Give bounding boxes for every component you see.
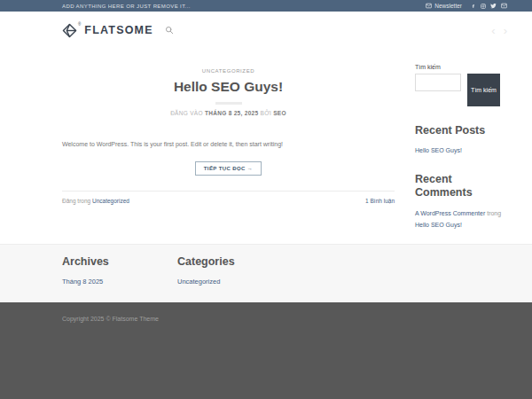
header-arrows: ‹ › [491, 25, 507, 36]
newsletter-label: Newsletter [434, 3, 462, 9]
entry-category-link[interactable]: UNCATEGORIZED [202, 68, 254, 74]
facebook-icon[interactable] [471, 4, 476, 9]
read-more-row: TIẾP TỤC ĐỌC → [62, 158, 395, 176]
post-meta-bar: Đăng trong Uncategorized 1 Bình luận [62, 191, 395, 204]
comments-link[interactable]: 1 Bình luận [365, 198, 395, 204]
copyright-text: Copyright 2025 © Flatsome Theme [62, 316, 159, 322]
read-more-button[interactable]: TIẾP TỤC ĐỌC → [195, 161, 262, 176]
post-date: THÁNG 8 25, 2025 [205, 110, 258, 116]
posted-on-label: ĐĂNG VÀO [170, 110, 203, 116]
comment-in-label: trong [487, 210, 501, 216]
category-link[interactable]: Uncategorized [177, 278, 220, 286]
comment-post-link[interactable]: Hello SEO Guys! [415, 222, 462, 228]
title-divider [215, 102, 242, 105]
newsletter-link[interactable]: Newsletter [426, 3, 462, 9]
post-author[interactable]: SEO [273, 110, 286, 116]
social-icons-group [471, 3, 507, 9]
posted-in-label: Đăng trong [62, 198, 92, 204]
by-label: BỞI [261, 110, 272, 116]
instagram-icon[interactable] [481, 4, 486, 9]
post-title: Hello SEO Guys! [62, 79, 395, 96]
categories-widget: Categories Uncategorized [177, 255, 235, 302]
registered-mark: ® [78, 23, 81, 27]
post-excerpt: Welcome to WordPress. This is your first… [62, 140, 395, 150]
search-widget-label: Tìm kiếm [415, 64, 507, 70]
footer-widgets: Archives Tháng 8 2025 Categories Uncateg… [0, 244, 532, 302]
twitter-icon[interactable] [490, 3, 497, 9]
entry-meta-date: ĐĂNG VÀO THÁNG 8 25, 2025 BỞI SEO [62, 110, 395, 116]
entry-header: UNCATEGORIZED Hello SEO Guys! ĐĂNG VÀO T… [62, 49, 395, 116]
categories-title: Categories [177, 255, 235, 269]
search-icon[interactable] [165, 26, 174, 35]
flatsome-diamond-icon [62, 23, 77, 38]
posted-in: Đăng trong Uncategorized [62, 198, 129, 204]
sidebar-search-button[interactable]: Tìm kiếm [467, 74, 500, 106]
comment-author-link[interactable]: A WordPress Commenter [415, 210, 485, 216]
site-logo[interactable]: ® FLATSOME [62, 23, 153, 38]
top-bar: ADD ANYTHING HERE OR JUST REMOVE IT... N… [0, 0, 532, 12]
archives-title: Archives [62, 255, 177, 269]
recent-post-link[interactable]: Hello SEO Guys! [415, 145, 507, 155]
search-widget: Tìm kiếm [415, 74, 507, 106]
topbar-message: ADD ANYTHING HERE OR JUST REMOVE IT... [62, 4, 191, 9]
topbar-right-group: Newsletter [426, 3, 507, 9]
next-arrow-icon[interactable]: › [504, 25, 507, 36]
email-icon[interactable] [501, 3, 507, 9]
sidebar: Tìm kiếm Tìm kiếm Recent Posts Hello SEO… [415, 49, 507, 244]
archives-widget: Archives Tháng 8 2025 [62, 255, 177, 302]
footer-copyright-bar: Copyright 2025 © Flatsome Theme [0, 302, 532, 399]
recent-comments-title: Recent Comments [415, 173, 507, 200]
logo-text: FLATSOME [84, 23, 153, 38]
post-column: UNCATEGORIZED Hello SEO Guys! ĐĂNG VÀO T… [62, 49, 395, 244]
prev-arrow-icon[interactable]: ‹ [491, 25, 495, 36]
recent-posts-title: Recent Posts [415, 124, 507, 137]
sidebar-search-input[interactable] [415, 74, 461, 91]
archive-link[interactable]: Tháng 8 2025 [62, 278, 103, 286]
posted-in-category-link[interactable]: Uncategorized [92, 198, 129, 204]
recent-comment-item: A WordPress Commenter trong Hello SEO Gu… [415, 207, 507, 231]
envelope-icon [426, 3, 432, 9]
content-area: UNCATEGORIZED Hello SEO Guys! ĐĂNG VÀO T… [0, 49, 532, 244]
site-header: ® FLATSOME ‹ › [0, 12, 532, 49]
